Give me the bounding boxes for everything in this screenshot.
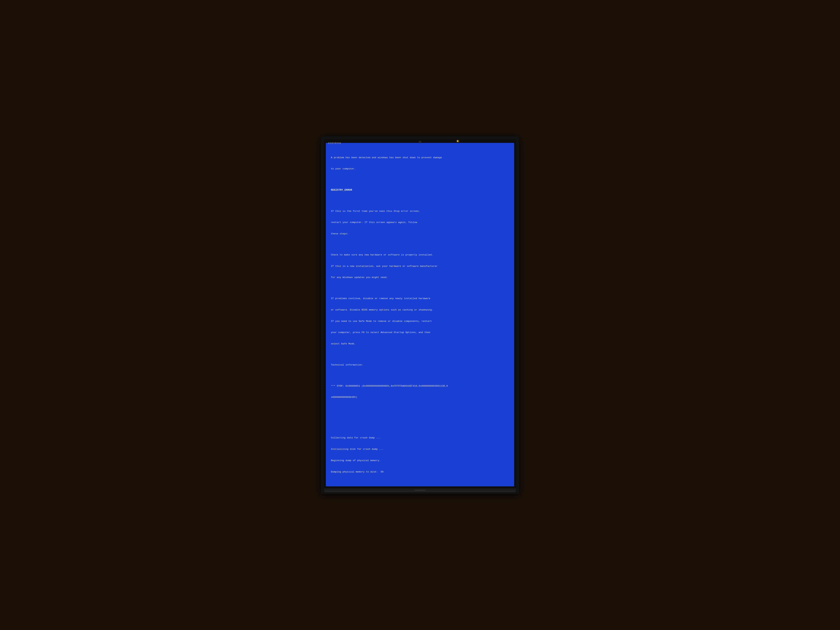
bsod-technical-info: Technical information: [331,363,509,367]
bsod-line3: If this is the first time you've seen th… [331,210,509,213]
bsod-line11: If you need to use Safe Mode to remove o… [331,319,509,323]
bsod-dump-line3: Beginning dump of physical memory. [331,459,509,463]
spacer3 [331,243,509,246]
indicator-light [457,141,458,142]
bsod-dump-line2: Initializing disk for crash dump ... [331,447,509,451]
spacer9 [331,426,509,428]
bsod-line6: Check to make sure any new hardware or s… [331,253,509,257]
bsod-error-code: REGISTRY_ERROR [331,188,509,192]
webcam [419,141,421,143]
spacer8 [331,417,509,419]
spacer1 [331,178,509,181]
laptop-outer: NSPIRON A problem has been detected and … [321,136,519,494]
laptop-bezel: NSPIRON A problem has been detected and … [324,139,516,488]
bsod-content: A problem has been detected and windows … [331,148,509,482]
bsod-line13: select Safe Mode. [331,342,509,346]
bsod-line9: If problems continue, disable or remove … [331,297,509,300]
spacer4 [331,287,509,289]
bsod-stop-line2: x0000000000000465) [331,395,509,399]
bsod-line12: your computer, press F8 to select Advanc… [331,331,509,335]
bsod-line5: these steps: [331,232,509,236]
bsod-line1: A problem has been detected and windows … [331,156,509,159]
bsod-line8: for any Windows updates you might need. [331,276,509,279]
bsod-line2: to your computer. [331,167,509,171]
bsod-screen: A problem has been detected and windows … [326,143,514,486]
spacer5 [331,354,509,355]
spacer2 [331,200,509,202]
bsod-dump-line4: Dumping physical memory to disk: 50 [331,470,509,474]
spacer6 [331,374,509,377]
spacer7 [331,407,509,409]
bsod-line7: If this is a new installation, ask your … [331,264,509,268]
laptop-bottom [324,488,516,492]
bsod-stop-line1: *** STOP: 0x00000051 (0x0000000000000001… [331,384,509,388]
bsod-dump-line1: Collecting data for crash dump ... [331,436,509,440]
brand-label: NSPIRON [328,142,341,145]
bsod-line10: or software. Disable BIOS memory options… [331,308,509,312]
bsod-line4: restart your computer. If this screen ap… [331,221,509,224]
laptop-hinge-bar [415,490,425,491]
